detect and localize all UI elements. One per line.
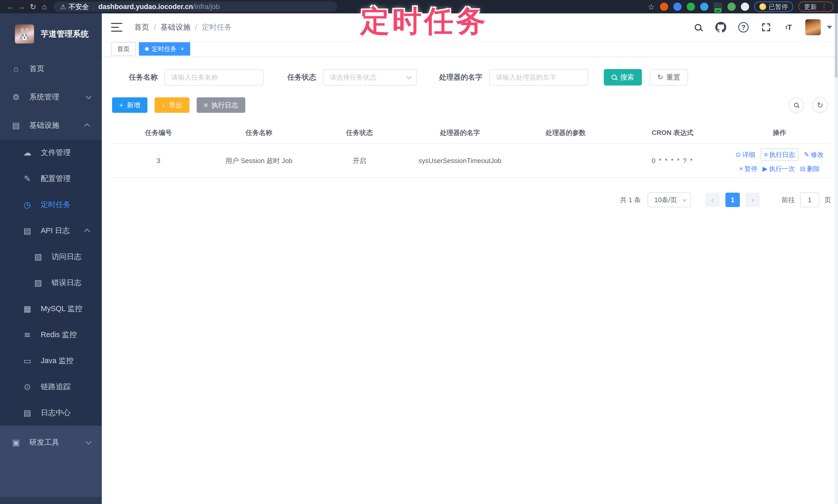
pagination: 共 1 条 10条/页 ‹ 1 › 前往 页	[112, 192, 831, 207]
extension-icon-white[interactable]	[741, 3, 749, 11]
search-icon[interactable]	[692, 21, 704, 34]
home-icon[interactable]: ⌂	[39, 1, 50, 12]
extension-icon-green[interactable]	[687, 3, 695, 11]
sidebar-item-home[interactable]: ⌂ 首页	[0, 55, 102, 83]
sidebar-item-mysql-monitor[interactable]: ▦ MySQL 监控	[0, 296, 102, 322]
run-once-link[interactable]: ▶执行一次	[763, 165, 795, 173]
job-status-select[interactable]: 请选择任务状态	[323, 69, 417, 86]
help-icon[interactable]: ?	[737, 21, 750, 34]
edit-link[interactable]: ✎修改	[804, 150, 824, 159]
breadcrumb: 首页 / 基础设施 / 定时任务	[134, 22, 232, 33]
sidebar-item-tracing[interactable]: ⊙ 链路追踪	[0, 374, 102, 400]
tab-scheduled-jobs[interactable]: 定时任务 ×	[139, 42, 190, 56]
sidebar-item-file-manage[interactable]: ☁ 文件管理	[0, 140, 102, 166]
app-logo-row[interactable]: 🐰 芋道管理系统	[0, 13, 102, 55]
log-center-icon: ▤	[22, 408, 33, 418]
tab-home[interactable]: 首页	[111, 42, 136, 56]
sidebar-item-error-log[interactable]: ▨ 错误日志	[0, 270, 102, 296]
page-scrollbar[interactable]	[834, 13, 838, 504]
col-cron: CRON 表达式	[617, 122, 728, 143]
job-log-link[interactable]: ≡执行日志	[761, 148, 799, 161]
sidebar: 🐰 芋道管理系统 ⌂ 首页 ⚙ 系统管理 ▤ 基础设施 ☁ 文件管理 ✎ 配置管…	[0, 13, 102, 504]
fullscreen-icon[interactable]	[760, 21, 772, 34]
page-number-1[interactable]: 1	[726, 193, 740, 207]
sidebar-item-java-monitor[interactable]: ▭ Java 监控	[0, 348, 102, 374]
job-log-button[interactable]: ≡ 执行日志	[197, 97, 245, 113]
toggle-search-button[interactable]	[789, 97, 804, 112]
devtools-section: ▣ 研发工具	[0, 426, 102, 504]
page-size-select[interactable]: 10条/页	[648, 192, 691, 207]
sidebar-item-config-manage[interactable]: ✎ 配置管理	[0, 166, 102, 192]
user-menu-caret-icon[interactable]	[827, 26, 832, 29]
pause-link[interactable]: ×暂停	[739, 165, 757, 173]
sidebar-item-infra[interactable]: ▤ 基础设施	[0, 111, 102, 140]
sidebar-item-scheduled-jobs[interactable]: ◷ 定时任务	[0, 192, 102, 218]
job-log-label: 执行日志	[211, 101, 238, 110]
total-count: 共 1 条	[620, 196, 641, 204]
address-bar[interactable]: ⚠ 不安全 dashboard.yudao.iocoder.cn /infra/…	[54, 2, 337, 12]
sidebar-item-label: 研发工具	[29, 437, 59, 448]
sidebar-item-label: 错误日志	[52, 277, 82, 288]
sidebar-item-system[interactable]: ⚙ 系统管理	[0, 83, 102, 111]
chevron-up-icon	[84, 123, 90, 129]
chevron-down-icon	[86, 439, 92, 445]
clock-icon: ◷	[22, 200, 33, 210]
search-button[interactable]: 搜索	[604, 69, 642, 86]
reload-icon[interactable]: ↻	[27, 1, 39, 12]
delete-link[interactable]: ⊟删除	[800, 165, 820, 173]
job-name-label: 任务名称	[129, 72, 158, 82]
detail-link[interactable]: ⊙详细	[735, 150, 755, 159]
breadcrumb-section[interactable]: 基础设施	[160, 22, 190, 33]
chevron-down-icon	[406, 74, 412, 79]
sidebar-item-redis-monitor[interactable]: ≋ Redis 监控	[0, 322, 102, 348]
sidebar-item-log-center[interactable]: ▤ 日志中心	[0, 400, 102, 426]
reset-button[interactable]: ↻ 重置	[650, 69, 688, 86]
java-monitor-icon: ▭	[22, 356, 33, 366]
next-page-button[interactable]: ›	[746, 193, 760, 207]
extension-icon-leaf[interactable]	[728, 3, 736, 11]
chevron-down-icon	[682, 197, 687, 202]
collapse-menu-icon[interactable]	[111, 23, 122, 32]
col-actions: 操作	[728, 122, 831, 143]
refresh-button[interactable]: ↻	[813, 97, 827, 112]
extension-icon-lightblue[interactable]	[700, 3, 709, 11]
handler-name-input[interactable]	[489, 69, 588, 86]
list-icon: ≡	[764, 151, 768, 158]
extension-icon-orange[interactable]	[660, 3, 668, 11]
goto-page-input[interactable]	[800, 192, 819, 207]
filter-form: 任务名称 任务状态 请选择任务状态 处理器的名字 搜索 ↻ 重置	[129, 69, 831, 86]
export-button[interactable]: ↓ 导出	[155, 97, 189, 113]
error-log-icon: ▨	[33, 278, 43, 288]
paused-badge[interactable]: 已暂停	[754, 2, 793, 12]
update-button[interactable]: 更新 ⋮	[798, 2, 833, 12]
sidebar-item-devtools[interactable]: ▣ 研发工具	[0, 428, 102, 456]
add-button[interactable]: + 新增	[112, 97, 147, 113]
sidebar-item-access-log[interactable]: ▧ 访问日志	[0, 244, 102, 270]
user-avatar[interactable]	[805, 19, 821, 35]
back-icon[interactable]: ←	[5, 1, 16, 12]
scrollbar-thumb[interactable]	[835, 13, 837, 78]
extension-icon-on-badge[interactable]: on	[714, 2, 722, 11]
gear-icon: ⚙	[11, 92, 21, 102]
github-icon[interactable]	[715, 21, 727, 34]
kebab-menu-icon[interactable]: ⋮	[820, 3, 828, 11]
font-size-icon[interactable]: tT	[783, 21, 795, 34]
page-size-value: 10条/页	[654, 196, 677, 204]
reset-icon: ↻	[657, 73, 663, 82]
extension-icon-blue[interactable]	[673, 3, 682, 11]
page-content: 任务名称 任务状态 请选择任务状态 处理器的名字 搜索 ↻ 重置	[102, 57, 838, 504]
security-warning-icon: ⚠	[60, 3, 66, 11]
app-window: 🐰 芋道管理系统 ⌂ 首页 ⚙ 系统管理 ▤ 基础设施 ☁ 文件管理 ✎ 配置管…	[0, 13, 838, 504]
prev-page-button[interactable]: ‹	[705, 193, 720, 207]
forward-icon[interactable]: →	[16, 1, 27, 12]
bookmark-star-icon[interactable]: ☆	[648, 2, 655, 11]
home-icon: ⌂	[11, 64, 21, 74]
security-label[interactable]: 不安全	[69, 2, 89, 11]
breadcrumb-home[interactable]: 首页	[134, 22, 149, 33]
job-name-input[interactable]	[164, 69, 264, 86]
search-icon	[611, 75, 617, 80]
close-tab-icon[interactable]: ×	[181, 46, 184, 52]
update-label: 更新	[804, 3, 817, 11]
edit-icon: ✎	[22, 174, 33, 184]
sidebar-item-api-log[interactable]: ▤ API 日志	[0, 218, 102, 244]
